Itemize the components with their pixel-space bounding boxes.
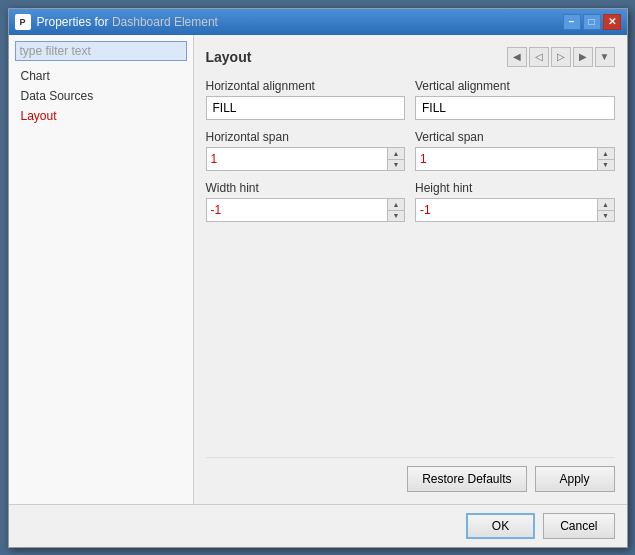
width-hint-up-button[interactable]: ▲ [388, 199, 404, 210]
width-hint-buttons: ▲ ▼ [387, 199, 404, 221]
vertical-span-down-button[interactable]: ▼ [598, 159, 614, 170]
apply-button[interactable]: Apply [535, 466, 615, 492]
title-controls: – □ ✕ [563, 14, 621, 30]
horizontal-span-up-button[interactable]: ▲ [388, 148, 404, 159]
main-panel: Layout ◀ ◁ ▷ ▶ ▼ Horizontal alignment FI… [194, 35, 627, 504]
horizontal-span-spinner: ▲ ▼ [206, 147, 406, 171]
action-buttons: Restore Defaults Apply [206, 457, 615, 492]
window-title: Properties for Dashboard Element [37, 15, 218, 29]
vertical-alignment-dropdown-container: FILL TOP CENTER BOTTOM [415, 96, 615, 120]
sidebar-item-data-sources[interactable]: Data Sources [15, 87, 187, 105]
title-bar: P Properties for Dashboard Element – □ ✕ [9, 9, 627, 35]
height-hint-up-button[interactable]: ▲ [598, 199, 614, 210]
height-hint-label: Height hint [415, 181, 615, 195]
nav-forward-button[interactable]: ▷ [551, 47, 571, 67]
nav-buttons: ◀ ◁ ▷ ▶ ▼ [507, 47, 615, 67]
height-hint-input[interactable] [416, 201, 597, 219]
section-title: Layout [206, 49, 252, 65]
vertical-span-spinner: ▲ ▼ [415, 147, 615, 171]
width-hint-label: Width hint [206, 181, 406, 195]
horizontal-span-buttons: ▲ ▼ [387, 148, 404, 170]
width-hint-down-button[interactable]: ▼ [388, 210, 404, 221]
close-button[interactable]: ✕ [603, 14, 621, 30]
horizontal-alignment-select[interactable]: FILL LEFT CENTER RIGHT [206, 96, 406, 120]
nav-back2-button[interactable]: ◁ [529, 47, 549, 67]
properties-dialog: P Properties for Dashboard Element – □ ✕… [8, 8, 628, 548]
horizontal-alignment-label: Horizontal alignment [206, 79, 406, 93]
vertical-span-input[interactable] [416, 150, 597, 168]
horizontal-alignment-dropdown-container: FILL LEFT CENTER RIGHT [206, 96, 406, 120]
restore-defaults-button[interactable]: Restore Defaults [407, 466, 526, 492]
sidebar: Chart Data Sources Layout [9, 35, 194, 504]
vertical-alignment-label: Vertical alignment [415, 79, 615, 93]
height-hint-group: Height hint ▲ ▼ [415, 181, 615, 222]
vertical-span-buttons: ▲ ▼ [597, 148, 614, 170]
horizontal-span-label: Horizontal span [206, 130, 406, 144]
horizontal-span-group: Horizontal span ▲ ▼ [206, 130, 406, 171]
section-header: Layout ◀ ◁ ▷ ▶ ▼ [206, 47, 615, 67]
vertical-span-up-button[interactable]: ▲ [598, 148, 614, 159]
horizontal-alignment-group: Horizontal alignment FILL LEFT CENTER RI… [206, 79, 406, 120]
vertical-span-label: Vertical span [415, 130, 615, 144]
vertical-alignment-group: Vertical alignment FILL TOP CENTER BOTTO… [415, 79, 615, 120]
ok-button[interactable]: OK [466, 513, 535, 539]
dialog-content: Chart Data Sources Layout Layout ◀ ◁ ▷ ▶… [9, 35, 627, 504]
cancel-button[interactable]: Cancel [543, 513, 614, 539]
sidebar-item-chart[interactable]: Chart [15, 67, 187, 85]
width-hint-spinner: ▲ ▼ [206, 198, 406, 222]
width-hint-input[interactable] [207, 201, 388, 219]
horizontal-span-input[interactable] [207, 150, 388, 168]
vertical-alignment-select[interactable]: FILL TOP CENTER BOTTOM [415, 96, 615, 120]
maximize-button[interactable]: □ [583, 14, 601, 30]
width-hint-group: Width hint ▲ ▼ [206, 181, 406, 222]
height-hint-buttons: ▲ ▼ [597, 199, 614, 221]
dialog-footer: OK Cancel [9, 504, 627, 547]
form-grid: Horizontal alignment FILL LEFT CENTER RI… [206, 79, 615, 222]
title-bar-left: P Properties for Dashboard Element [15, 14, 218, 30]
vertical-span-group: Vertical span ▲ ▼ [415, 130, 615, 171]
horizontal-span-down-button[interactable]: ▼ [388, 159, 404, 170]
filter-input[interactable] [15, 41, 187, 61]
nav-back-button[interactable]: ◀ [507, 47, 527, 67]
minimize-button[interactable]: – [563, 14, 581, 30]
window-icon: P [15, 14, 31, 30]
nav-dropdown-button[interactable]: ▼ [595, 47, 615, 67]
sidebar-item-layout[interactable]: Layout [15, 107, 187, 125]
nav-forward2-button[interactable]: ▶ [573, 47, 593, 67]
height-hint-down-button[interactable]: ▼ [598, 210, 614, 221]
height-hint-spinner: ▲ ▼ [415, 198, 615, 222]
